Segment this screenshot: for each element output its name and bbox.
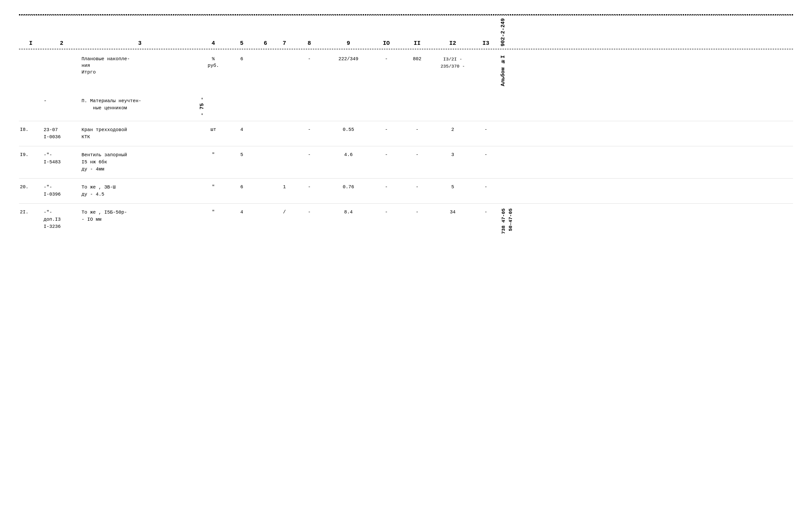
row-21-col11: - [401,209,434,216]
row-21-unit: " [199,209,228,216]
row-19-col5: 5 [228,151,256,159]
row-18-unit: шт [199,126,228,133]
row-19: I9. -"- I-5483 Вентиль запорныйI5 нж 6бк… [19,146,793,178]
header-col-10: IO [372,40,401,46]
materials-row: - П. Материалы неучтен- ные ценником - 7… [19,90,793,121]
row-20-id-2: I-0396 [44,191,61,197]
header-col-2: 2 [43,40,81,46]
header-col-11: II [401,40,434,46]
row-18-desc: Кран трехходовойКТК [81,126,199,141]
row-20-col13: - [472,183,500,191]
row-21-col12: 34 [434,209,472,216]
row-19-col13: - [472,151,500,159]
row-18-col9: 0.55 [325,126,372,133]
row-20-col12: 5 [434,183,472,191]
plan-row-id [19,55,81,56]
plan-col12-top: I3/2I - [443,57,462,62]
row-19-id: -"- I-5483 [43,151,81,166]
row-19-col10: - [372,151,401,159]
header-col-7: 7 [275,40,294,46]
row-19-unit: " [199,151,228,159]
plan-col9: 222/349 [325,55,372,63]
plan-col6 [256,55,275,56]
row-19-id-2: I-5483 [44,159,61,165]
plan-col8: - [294,55,325,63]
header-col-5: 5 [228,40,256,46]
row-18-col6 [256,126,275,127]
plan-desc-2: ния [82,63,90,68]
row-18-id: 23-07 I-0036 [43,126,81,141]
side-label-75: - 75 - [199,97,793,116]
materials-desc: П. Материалы неучтен- ные ценником [81,97,199,112]
row-19-col11: - [401,151,434,159]
header-col-12: I2 [434,40,472,46]
row-21-id-3: I-3236 [44,224,61,229]
row-20-col9: 0.76 [325,183,372,191]
row-19-col12: 3 [434,151,472,159]
row-20-col8: - [294,183,325,191]
side-label-last: 738 47-0550-47-05 [500,209,793,234]
plan-col13 [472,55,500,56]
row-20-unit: " [199,183,228,191]
row-19-col9: 4.6 [325,151,372,159]
plan-col11: 802 [401,55,434,63]
row-20-num: 20. [19,183,43,191]
row-19-col8: - [294,151,325,159]
plan-unit-cell: % руб. [199,55,228,70]
plan-unit-bot: руб. [208,62,219,69]
side-label-top: 902-2-249 [500,18,793,46]
row-19-desc: Вентиль запорныйI5 нж 6бкду - 4мм [81,151,199,173]
row-21-col10: - [372,209,401,216]
header-col-9: 9 [325,40,372,46]
row-21-col6 [256,209,275,209]
row-20-id-1: -"- [44,185,52,190]
row-21: 2I. -"- доп.I3 I-3236 То же , I5Б-50р-- … [19,203,793,239]
row-18-col13: - [472,126,500,133]
row-19-col6 [256,151,275,152]
row-21-col5: 4 [228,209,256,216]
header-col-4: 4 [199,40,228,46]
row-20-col10: - [372,183,401,191]
header-col-6: 6 [256,40,275,46]
plan-desc-1: Плановые накопле- [82,56,130,62]
plan-col12: I3/2I - 235/370 - [434,55,472,71]
header-col-13: I3 [472,40,500,46]
plan-unit-top: % [212,56,215,62]
row-18: I8. 23-07 I-0036 Кран трехходовойКТК шт … [19,121,793,146]
plan-row-desc: Плановые накопле- ния Итрго [81,55,199,76]
row-18-num: I8. [19,126,43,133]
row-20-col6 [256,183,275,184]
row-21-desc: То же , I5Б-50р-- IO мм [81,209,199,224]
row-18-col5: 4 [228,126,256,133]
row-18-col7 [275,126,294,127]
materials-prefix-num [19,97,43,98]
side-label-mid: Альбом №I [500,55,793,86]
materials-prefix-dash: - [43,97,81,105]
plan-col7 [275,55,294,56]
row-18-col10: - [372,126,401,133]
plan-desc-3: Итрго [82,70,96,75]
row-18-col11: - [401,126,434,133]
row-21-col9: 8.4 [325,209,372,216]
row-18-col8: - [294,126,325,133]
row-21-col13: - [472,209,500,216]
row-20-col7: 1 [275,183,294,191]
plan-row: Плановые накопле- ния Итрго % руб. 6 - 2… [19,49,793,90]
row-19-num: I9. [19,151,43,159]
row-21-col7: / [275,209,294,216]
row-20: 20. -"- I-0396 То же , ЗВ-Шду - 4.5 " 6 … [19,178,793,203]
row-19-id-1: -"- [44,152,52,158]
table-wrapper: I 2 3 4 5 6 7 8 9 IO II I2 I3 902-2-249 … [19,14,793,239]
plan-col12-bot: 235/370 - [440,64,465,69]
row-20-id: -"- I-0396 [43,183,81,198]
row-21-col8: - [294,209,325,216]
row-20-desc: То же , ЗВ-Шду - 4.5 [81,183,199,198]
row-21-id: -"- доп.I3 I-3236 [43,209,81,231]
header-col-8: 8 [294,40,325,46]
row-20-col5: 6 [228,183,256,191]
header-col-3: 3 [81,40,199,46]
row-18-id-1: 23-07 [44,127,58,132]
row-18-id-2: I-0036 [44,134,61,140]
header-col-1: I [19,40,43,46]
row-21-id-1: -"- [44,210,52,215]
